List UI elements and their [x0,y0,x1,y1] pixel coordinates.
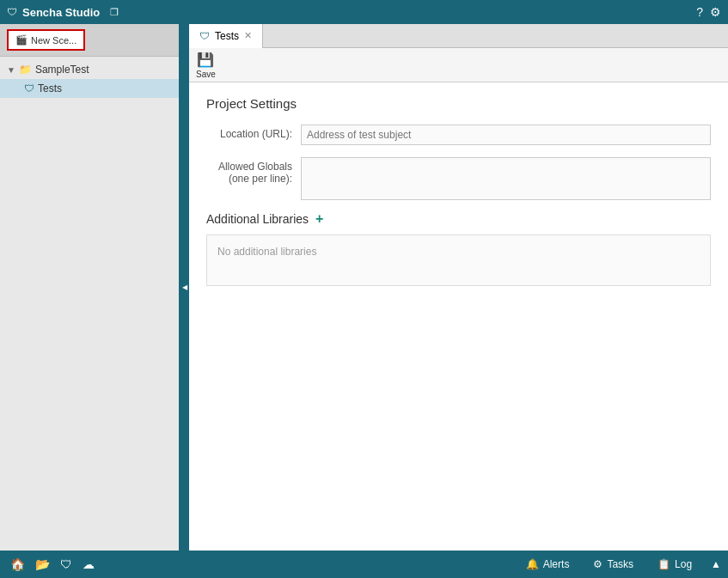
tests-shield-icon: 🛡 [24,82,34,94]
home-icon[interactable]: 🏠 [7,554,28,575]
window-control-icon[interactable]: ❐ [110,7,119,18]
new-scenario-label: New Sce... [31,35,76,46]
tabs-bar: 🛡 Tests ✕ [189,24,728,48]
sidebar-collapse-handle[interactable]: ◀ [180,24,189,551]
titlebar-left: 🛡 Sencha Studio ❐ [7,6,119,19]
location-label: Location (URL): [206,125,301,140]
alerts-tab[interactable]: 🔔 Alerts [521,557,575,572]
sampletest-label: SampleTest [35,64,89,76]
collapse-chevron-icon: ◀ [182,283,187,291]
tasks-icon: ⚙ [593,558,603,570]
libraries-header: Additional Libraries + [206,212,711,226]
titlebar-right: ? ⚙ [696,5,721,19]
globals-label: Allowed Globals (one per line): [206,157,301,185]
location-input[interactable] [301,125,711,145]
bottombar: 🏠 📂 🛡 ☁ 🔔 Alerts ⚙ Tasks 📋 Log ▲ [0,551,728,578]
tasks-label: Tasks [607,558,633,570]
app-title: Sencha Studio [22,6,100,19]
help-button[interactable]: ? [696,5,703,19]
content-toolbar: 💾 Save [189,48,728,82]
project-settings-title: Project Settings [206,96,711,111]
settings-button[interactable]: ⚙ [710,5,721,19]
app-icon: 🛡 [7,6,17,18]
sidebar-item-tests[interactable]: 🛡 Tests [0,79,179,98]
globals-textarea[interactable] [301,157,711,200]
content-main: Project Settings Location (URL): Allowed… [189,82,728,551]
save-label: Save [196,70,216,79]
libraries-empty-text: No additional libraries [217,246,316,258]
shield-icon[interactable]: 🛡 [57,554,76,575]
save-icon: 💾 [197,52,214,68]
new-scenario-button[interactable]: 🎬 New Sce... [7,29,85,51]
bottombar-right: 🔔 Alerts ⚙ Tasks 📋 Log ▲ [521,557,721,572]
tab-label: Tests [215,30,239,42]
tab-shield-icon: 🛡 [199,30,210,42]
libraries-box: No additional libraries [206,234,711,286]
sidebar-item-sampletest[interactable]: ▼ 📁 SampleTest [0,60,179,79]
tab-close-button[interactable]: ✕ [244,30,252,41]
sidebar: 🎬 New Sce... ▼ 📁 SampleTest 🛡 Tests [0,24,180,551]
alerts-icon: 🔔 [526,558,539,570]
sidebar-tree: ▼ 📁 SampleTest 🛡 Tests [0,57,179,551]
bottombar-left: 🏠 📂 🛡 ☁ [7,554,98,575]
tests-label: Tests [38,82,62,94]
log-icon: 📋 [658,558,670,570]
tasks-tab[interactable]: ⚙ Tasks [588,557,639,572]
cloud-icon[interactable]: ☁ [79,554,98,575]
log-tab[interactable]: 📋 Log [652,557,697,572]
scroll-up-button[interactable]: ▲ [711,558,721,570]
log-label: Log [675,558,692,570]
location-row: Location (URL): [206,125,711,145]
save-button[interactable]: 💾 Save [196,52,216,79]
main-layout: 🎬 New Sce... ▼ 📁 SampleTest 🛡 Tests ◀ 🛡 [0,24,728,551]
content-area: 🛡 Tests ✕ 💾 Save Project Settings Locati… [189,24,728,551]
folder-icon: 📁 [19,64,32,76]
alerts-label: Alerts [543,558,570,570]
folder-icon[interactable]: 📂 [32,554,53,575]
collapse-icon: ▼ [7,65,15,75]
libraries-title: Additional Libraries [206,212,309,226]
globals-row: Allowed Globals (one per line): [206,157,711,200]
add-library-button[interactable]: + [315,212,323,226]
new-scenario-icon: 🎬 [15,34,28,46]
tab-tests[interactable]: 🛡 Tests ✕ [189,24,263,48]
titlebar: 🛡 Sencha Studio ❐ ? ⚙ [0,0,728,24]
sidebar-toolbar: 🎬 New Sce... [0,24,179,57]
